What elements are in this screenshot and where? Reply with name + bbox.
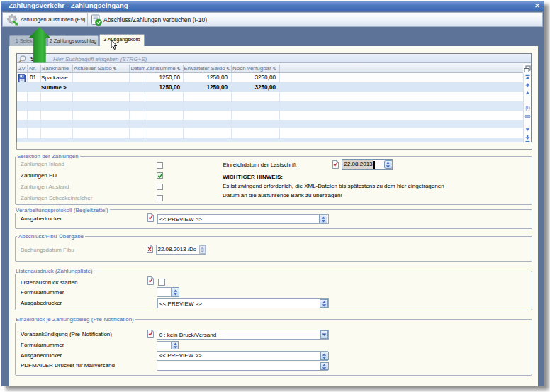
svg-text:(I): (I) (525, 105, 530, 111)
